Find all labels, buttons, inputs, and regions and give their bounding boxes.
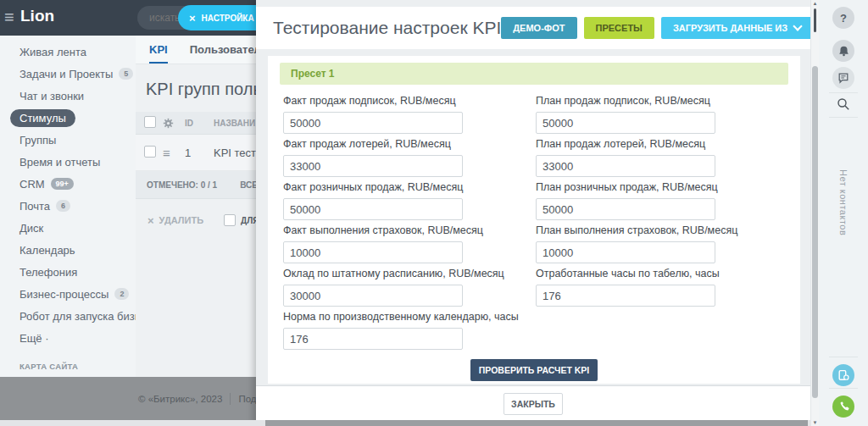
bizproc-badge: 2 bbox=[114, 288, 129, 300]
kpi-field-label: Норма по производственному календарю, ча… bbox=[283, 311, 536, 324]
modal-content-card: Пресет 1 Факт продаж подписок, RUB/месяц… bbox=[268, 56, 800, 384]
kpi-field-input[interactable] bbox=[536, 112, 715, 134]
chevron-down-icon bbox=[793, 21, 802, 30]
modal-header: Тестирование настроек KPI ДЕМО-ФОТ ПРЕСЕ… bbox=[256, 7, 810, 49]
row-id-cell: 1 bbox=[185, 147, 214, 159]
preset-banner: Пресет 1 bbox=[280, 63, 788, 85]
column-header-id[interactable]: ID bbox=[185, 119, 214, 128]
close-icon: × bbox=[189, 12, 196, 25]
kpi-test-modal: Тестирование настроек KPI ДЕМО-ФОТ ПРЕСЕ… bbox=[256, 0, 810, 426]
form-column-right: План продаж подписок, RUB/месяц План про… bbox=[536, 95, 788, 354]
kpi-field-label: Факт продаж подписок, RUB/месяц bbox=[283, 95, 536, 108]
sidebar: Живая лента Задачи и Проекты5 Чат и звон… bbox=[0, 36, 136, 377]
app-logo: Lion bbox=[20, 7, 54, 25]
sidebar-item-more[interactable]: Ещё · bbox=[0, 327, 136, 349]
no-contacts-label: Нет контактов bbox=[838, 169, 849, 235]
sidebar-item-crm[interactable]: CRM99+ bbox=[0, 173, 136, 195]
kpi-field-label: Факт продаж лотерей, RUB/месяц bbox=[283, 138, 536, 151]
hamburger-icon[interactable]: ≡ bbox=[4, 7, 14, 27]
kpi-field-label: Факт розничных продаж, RUB/месяц bbox=[283, 181, 536, 194]
search-icon[interactable] bbox=[837, 97, 850, 114]
kpi-field-label: План продаж подписок, RUB/месяц bbox=[536, 95, 788, 108]
sitemap-link[interactable]: КАРТА САЙТА bbox=[0, 357, 136, 375]
desktop-app-icon[interactable] bbox=[832, 364, 854, 386]
kpi-field-label: План выполнения страховок, RUB/месяц bbox=[536, 224, 788, 237]
horizontal-scrollbar[interactable] bbox=[0, 420, 810, 426]
kpi-field-input[interactable] bbox=[283, 198, 463, 220]
kpi-field-label: План розничных продаж, RUB/месяц bbox=[536, 181, 788, 194]
kpi-field-input[interactable] bbox=[283, 155, 463, 177]
modal-scrollbar-thumb[interactable] bbox=[814, 8, 816, 32]
panel-divider bbox=[829, 357, 858, 357]
kpi-field-label: Отработанные часы по табелю, часы bbox=[536, 268, 788, 280]
right-panel: ? Нет контактов bbox=[819, 0, 868, 426]
footer-divider bbox=[230, 393, 231, 405]
sidebar-item-tasks[interactable]: Задачи и Проекты5 bbox=[0, 63, 136, 85]
sidebar-item-bizproc[interactable]: Бизнес-процессы2 bbox=[0, 283, 136, 305]
sidebar-item-chat[interactable]: Чат и звонки bbox=[0, 85, 136, 107]
kpi-field-input[interactable] bbox=[536, 285, 715, 307]
checked-count: ОТМЕЧЕНО: 0 / 1 bbox=[147, 180, 217, 190]
kpi-field-label: План продаж лотерей, RUB/месяц bbox=[536, 138, 788, 151]
active-item-pill: Стимулы bbox=[10, 109, 75, 127]
gear-icon[interactable] bbox=[163, 118, 183, 129]
kpi-field-input[interactable] bbox=[283, 241, 463, 263]
mail-badge: 6 bbox=[56, 200, 70, 212]
scroll-down-icon[interactable]: ▼ bbox=[811, 420, 819, 425]
kpi-field-input[interactable] bbox=[536, 155, 715, 177]
vertical-scrollbar[interactable]: ▲ ▼ bbox=[810, 0, 819, 426]
demo-fot-button[interactable]: ДЕМО-ФОТ bbox=[501, 17, 576, 39]
chat-icon[interactable] bbox=[832, 67, 854, 89]
horizontal-scrollbar-thumb[interactable] bbox=[265, 420, 808, 426]
panel-divider bbox=[829, 117, 858, 118]
for-all-checkbox[interactable] bbox=[224, 214, 236, 226]
sidebar-item-incentives[interactable]: Стимулы bbox=[0, 107, 136, 129]
kpi-field-input[interactable] bbox=[536, 198, 715, 220]
sidebar-item-time-reports[interactable]: Время и отчеты bbox=[0, 151, 136, 173]
bell-icon[interactable] bbox=[832, 40, 854, 62]
kpi-field-input[interactable] bbox=[283, 112, 463, 134]
kpi-field-input[interactable] bbox=[283, 285, 463, 307]
sidebar-item-mail[interactable]: Почта6 bbox=[0, 195, 136, 217]
modal-header-actions: ДЕМО-ФОТ ПРЕСЕТЫ ЗАГРУЗИТЬ ДАННЫЕ ИЗ bbox=[501, 17, 813, 39]
sidebar-item-robot[interactable]: Робот для запуска бизн... bbox=[0, 305, 136, 327]
drag-handle-icon[interactable]: ≡ bbox=[163, 146, 183, 160]
sidebar-item-calendar[interactable]: Календарь bbox=[0, 239, 136, 261]
help-icon[interactable]: ? bbox=[832, 7, 854, 29]
phone-icon[interactable] bbox=[832, 396, 854, 418]
sidebar-item-groups[interactable]: Группы bbox=[0, 129, 136, 151]
presets-button[interactable]: ПРЕСЕТЫ bbox=[584, 17, 654, 39]
delete-x-icon: × bbox=[147, 214, 154, 227]
kpi-field-label: Оклад по штатному расписанию, RUB/месяц bbox=[283, 268, 536, 280]
row-checkbox[interactable] bbox=[144, 146, 156, 158]
form-column-left: Факт продаж подписок, RUB/месяц Факт про… bbox=[283, 95, 536, 354]
sidebar-item-live-feed[interactable]: Живая лента bbox=[0, 41, 136, 63]
tab-kpi[interactable]: KPI bbox=[149, 36, 168, 64]
delete-button[interactable]: × УДАЛИТЬ bbox=[147, 214, 203, 227]
panel-divider bbox=[829, 92, 858, 93]
vertical-scrollbar-thumb[interactable] bbox=[812, 66, 818, 398]
close-modal-button[interactable]: ЗАКРЫТЬ bbox=[504, 393, 563, 415]
header-checkbox[interactable] bbox=[144, 116, 156, 128]
kpi-form: Факт продаж подписок, RUB/месяц Факт про… bbox=[283, 95, 788, 354]
kpi-field-input[interactable] bbox=[536, 241, 715, 263]
check-kpi-calculation-button[interactable]: ПРОВЕРИТЬ РАСЧЕТ KPI bbox=[470, 359, 598, 381]
kpi-field-label: Факт выполнения страховок, RUB/месяц bbox=[283, 224, 536, 237]
panel-divider bbox=[829, 388, 858, 389]
sidebar-item-disk[interactable]: Диск bbox=[0, 217, 136, 239]
copyright-text: © «Битрикс», 2023 bbox=[138, 394, 222, 404]
kpi-field-input[interactable] bbox=[283, 328, 463, 350]
crm-badge: 99+ bbox=[51, 178, 74, 190]
tasks-badge: 5 bbox=[119, 68, 133, 80]
modal-title: Тестирование настроек KPI bbox=[273, 18, 501, 38]
scroll-up-icon[interactable]: ▲ bbox=[811, 1, 819, 6]
load-data-button[interactable]: ЗАГРУЗИТЬ ДАННЫЕ ИЗ bbox=[661, 17, 813, 39]
sidebar-item-telephony[interactable]: Телефония bbox=[0, 261, 136, 283]
modal-footer: ЗАКРЫТЬ bbox=[256, 385, 810, 421]
